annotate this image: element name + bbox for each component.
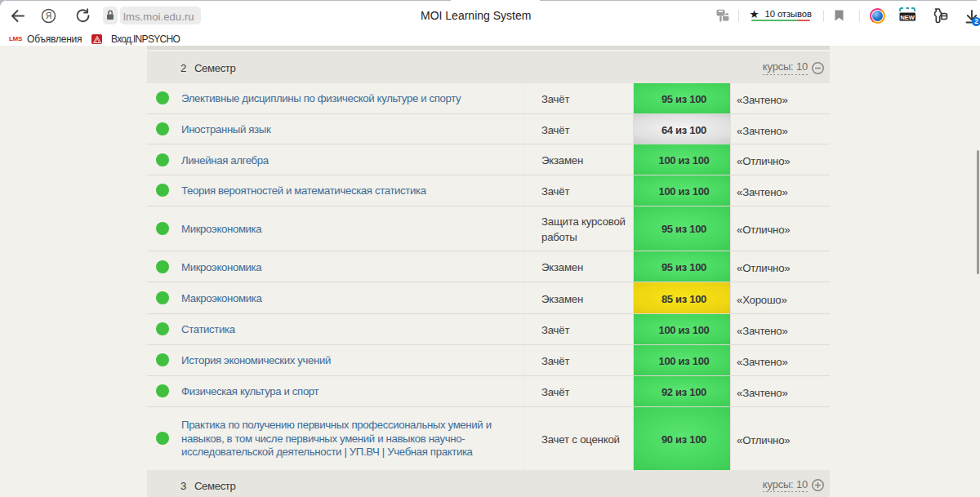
svg-text:Я: Я bbox=[46, 11, 51, 20]
svg-text:NEW: NEW bbox=[900, 14, 915, 21]
